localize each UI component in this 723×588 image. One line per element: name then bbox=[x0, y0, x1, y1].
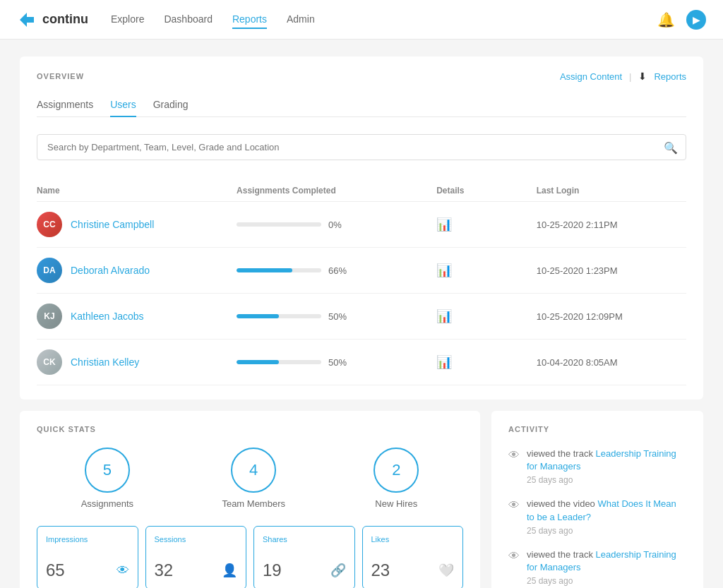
stat-circle-label: Assignments bbox=[81, 498, 133, 509]
activity-text: viewed the track Leadership Training for… bbox=[527, 548, 686, 574]
stat-circle: 4 Team Members bbox=[222, 448, 285, 509]
progress-bar-bg bbox=[237, 360, 321, 364]
nav-admin[interactable]: Admin bbox=[287, 11, 315, 29]
activity-content: viewed the track Leadership Training for… bbox=[527, 448, 686, 485]
activity-link[interactable]: What Does It Mean to be a Leader? bbox=[527, 498, 676, 522]
avatar: CK bbox=[37, 349, 62, 375]
chart-icon[interactable]: 📊 bbox=[436, 217, 452, 232]
avatar: CC bbox=[37, 212, 62, 237]
stat-box-bottom: 32 👤 bbox=[155, 560, 238, 580]
stat-box-label: Impressions bbox=[46, 535, 129, 544]
progress-bar-fill bbox=[237, 360, 279, 364]
user-name[interactable]: Christine Campbell bbox=[71, 219, 154, 230]
nav-reports[interactable]: Reports bbox=[232, 11, 267, 29]
main-content: OVERVIEW Assign Content | ⬇ Reports Assi… bbox=[8, 40, 715, 588]
stat-box: Impressions 65 👁 bbox=[37, 526, 138, 588]
nav-links: Explore Dashboard Reports Admin bbox=[111, 11, 657, 29]
details-cell[interactable]: 📊 bbox=[436, 354, 537, 370]
stat-box-value: 19 bbox=[263, 560, 282, 580]
stat-circle: 2 New Hires bbox=[374, 448, 419, 509]
eye-icon: 👁 bbox=[508, 449, 520, 485]
top-navigation: continu Explore Dashboard Reports Admin … bbox=[0, 0, 723, 40]
avatar: KJ bbox=[37, 304, 62, 329]
col-assignments: Assignments Completed bbox=[237, 186, 436, 196]
circle-value: 5 bbox=[85, 448, 130, 493]
table-header: Name Assignments Completed Details Last … bbox=[37, 180, 686, 202]
activity-time: 25 days ago bbox=[527, 526, 686, 536]
nav-dashboard[interactable]: Dashboard bbox=[164, 11, 213, 29]
download-icon: ⬇ bbox=[638, 71, 647, 82]
last-login: 10-25-2020 12:09PM bbox=[537, 311, 686, 322]
search-input[interactable] bbox=[37, 134, 686, 160]
details-cell[interactable]: 📊 bbox=[436, 308, 537, 324]
user-name[interactable]: Kathleen Jacobs bbox=[71, 311, 144, 322]
eye-icon: 👁 bbox=[508, 550, 520, 586]
stat-circle-label: Team Members bbox=[222, 498, 285, 509]
tab-assignments[interactable]: Assignments bbox=[37, 93, 93, 117]
progress-cell: 0% bbox=[237, 220, 436, 230]
bell-icon[interactable]: 🔔 bbox=[657, 11, 675, 28]
stat-box: Shares 19 🔗 bbox=[253, 526, 355, 588]
chart-icon[interactable]: 📊 bbox=[436, 309, 452, 323]
activity-panel: ACTIVITY 👁 viewed the track Leadership T… bbox=[491, 411, 703, 588]
user-name[interactable]: Christian Kelley bbox=[71, 356, 139, 368]
nav-actions: 🔔 ▶ bbox=[657, 10, 706, 30]
stat-circle-label: New Hires bbox=[375, 498, 417, 509]
activity-link[interactable]: Leadership Training for Managers bbox=[527, 549, 676, 572]
col-last-login: Last Login bbox=[537, 186, 686, 196]
progress-bar-bg bbox=[237, 222, 321, 227]
progress-cell: 50% bbox=[237, 311, 436, 322]
avatar: DA bbox=[37, 258, 62, 283]
overview-header: OVERVIEW Assign Content | ⬇ Reports bbox=[37, 71, 686, 82]
chart-icon[interactable]: 📊 bbox=[436, 355, 452, 369]
user-arrow-icon[interactable]: ▶ bbox=[686, 10, 706, 30]
heart-icon: 🤍 bbox=[438, 563, 454, 578]
table-row: KJ Kathleen Jacobs 50% 📊 10-25-2020 12:0… bbox=[37, 294, 686, 340]
stat-boxes: Impressions 65 👁 Sessions 32 👤 Shares 19… bbox=[37, 526, 463, 588]
chart-icon[interactable]: 📊 bbox=[436, 263, 452, 277]
progress-pct: 50% bbox=[328, 357, 347, 368]
details-cell[interactable]: 📊 bbox=[436, 263, 537, 278]
activity-items: 👁 viewed the track Leadership Training f… bbox=[508, 448, 686, 586]
stats-circles: 5 Assignments 4 Team Members 2 New Hires bbox=[37, 448, 463, 509]
stat-box-value: 23 bbox=[371, 560, 390, 580]
progress-pct: 50% bbox=[328, 311, 347, 322]
progress-bar-fill bbox=[237, 268, 292, 272]
activity-item: 👁 viewed the track Leadership Training f… bbox=[508, 448, 686, 485]
activity-link[interactable]: Leadership Training for Managers bbox=[527, 448, 676, 472]
quick-stats-title: QUICK STATS bbox=[37, 425, 463, 433]
logo-icon bbox=[17, 10, 37, 30]
overview-title: OVERVIEW bbox=[37, 72, 84, 80]
col-details: Details bbox=[436, 186, 537, 196]
stat-box: Sessions 32 👤 bbox=[145, 526, 247, 588]
activity-text: viewed the track Leadership Training for… bbox=[527, 448, 686, 473]
reports-link[interactable]: Reports bbox=[654, 71, 686, 82]
user-name[interactable]: Deborah Alvarado bbox=[71, 265, 150, 276]
progress-bar-bg bbox=[237, 314, 321, 318]
quick-stats: QUICK STATS 5 Assignments 4 Team Members… bbox=[20, 411, 480, 588]
user-cell: CC Christine Campbell bbox=[37, 212, 237, 237]
nav-explore[interactable]: Explore bbox=[111, 11, 144, 29]
col-name: Name bbox=[37, 186, 237, 196]
eye-icon: 👁 bbox=[508, 499, 520, 535]
table-row: CK Christian Kelley 50% 📊 10-04-2020 8:0… bbox=[37, 340, 686, 385]
activity-title: ACTIVITY bbox=[508, 425, 686, 433]
stat-circle: 5 Assignments bbox=[81, 448, 133, 509]
progress-cell: 50% bbox=[237, 357, 436, 368]
stat-box-value: 65 bbox=[46, 560, 65, 580]
progress-bar-bg bbox=[237, 268, 321, 272]
assign-content-link[interactable]: Assign Content bbox=[560, 71, 622, 82]
details-cell[interactable]: 📊 bbox=[436, 217, 537, 232]
progress-pct: 66% bbox=[328, 265, 347, 276]
tab-grading[interactable]: Grading bbox=[153, 93, 189, 117]
stat-box-bottom: 23 🤍 bbox=[371, 560, 455, 580]
logo[interactable]: continu bbox=[17, 10, 88, 30]
tab-users[interactable]: Users bbox=[110, 93, 136, 117]
last-login: 10-25-2020 1:23PM bbox=[537, 265, 686, 276]
overview-card: OVERVIEW Assign Content | ⬇ Reports Assi… bbox=[20, 56, 703, 400]
activity-text: viewed the video What Does It Mean to be… bbox=[527, 498, 686, 523]
tabs: Assignments Users Grading bbox=[37, 93, 686, 117]
eye-icon: 👁 bbox=[116, 563, 129, 578]
progress-cell: 66% bbox=[237, 265, 436, 276]
activity-content: viewed the video What Does It Mean to be… bbox=[527, 498, 686, 535]
